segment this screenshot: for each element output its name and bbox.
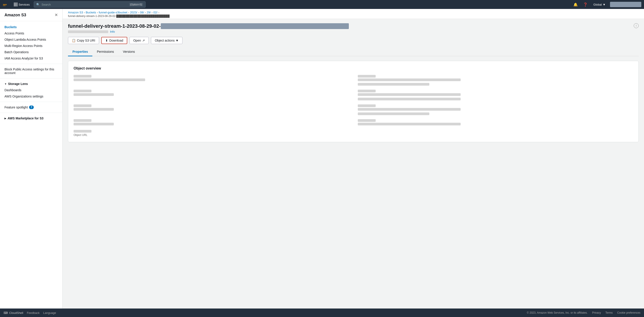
value-3 xyxy=(74,93,114,96)
overview-item-7 xyxy=(74,119,349,126)
info-link[interactable]: Info xyxy=(110,30,115,33)
sidebar-item-iam-analyzer[interactable]: IAM Access Analyzer for S3 xyxy=(0,55,62,62)
breadcrumb-sep-2: › xyxy=(128,11,129,14)
breadcrumb-sep-0: › xyxy=(84,11,85,14)
help-icon[interactable]: ❓ xyxy=(582,1,589,8)
copy-s3-uri-button[interactable]: 📋 Copy S3 URI xyxy=(68,37,99,44)
breadcrumb-amazon-s3[interactable]: Amazon S3 xyxy=(68,11,83,14)
label-1 xyxy=(74,75,92,78)
sidebar-item-object-lambda[interactable]: Object Lambda Access Points xyxy=(0,36,62,43)
page-info-icon[interactable]: i xyxy=(634,23,639,28)
search-icon: 🔍 xyxy=(36,3,40,6)
value-2b xyxy=(358,83,429,86)
sidebar-item-feature-spotlight[interactable]: Feature spotlight 7 xyxy=(0,104,62,110)
object-url-label xyxy=(74,130,92,132)
sidebar-divider-3 xyxy=(0,102,62,102)
label-2 xyxy=(358,75,376,78)
cloudshell-button[interactable]: ⌨ CloudShell xyxy=(4,311,23,314)
svg-rect-1 xyxy=(3,6,6,6)
object-overview-card: Object overview xyxy=(68,61,639,142)
breadcrumb-08[interactable]: 08/ xyxy=(140,11,144,14)
feature-spotlight-badge: 7 xyxy=(29,106,34,109)
sidebar-item-aws-org-settings[interactable]: AWS Organizations settings xyxy=(0,93,62,100)
object-overview-title: Object overview xyxy=(74,66,633,70)
label-8 xyxy=(358,119,376,122)
sidebar-divider-4 xyxy=(0,113,62,113)
content-area: Amazon S3 › Buckets › funnel-guide-s3buc… xyxy=(62,9,644,308)
sidebar-item-batch-operations[interactable]: Batch Operations xyxy=(0,49,62,55)
breadcrumb-bucket-name[interactable]: funnel-guide-s3bucket xyxy=(98,11,127,14)
value-8 xyxy=(358,123,461,126)
overview-item-8 xyxy=(358,119,633,126)
sidebar-item-buckets[interactable]: Buckets xyxy=(0,24,62,30)
sidebar-divider-1 xyxy=(0,64,62,64)
sidebar-item-access-points[interactable]: Access Points xyxy=(0,30,62,36)
region-chevron-icon: ▼ xyxy=(603,3,606,6)
sidebar-navigation: Buckets Access Points Object Lambda Acce… xyxy=(0,21,62,124)
sidebar: Amazon S3 ✕ Buckets Access Points Object… xyxy=(0,9,62,308)
feedback-link[interactable]: Feedback xyxy=(27,311,40,314)
tab-versions[interactable]: Versions xyxy=(118,48,140,56)
copyright-text: © 2023, Amazon Web Services, Inc. or its… xyxy=(527,311,588,314)
object-url-sublabel: Object URL xyxy=(74,134,633,136)
label-6 xyxy=(358,104,376,107)
sidebar-close-button[interactable]: ✕ xyxy=(54,12,58,18)
main-layout: Amazon S3 ✕ Buckets Access Points Object… xyxy=(0,9,644,308)
grid-icon xyxy=(14,3,18,6)
sidebar-item-multi-region[interactable]: Multi-Region Access Points xyxy=(0,43,62,49)
footer: ⌨ CloudShell Feedback Language © 2023, A… xyxy=(0,308,644,317)
terms-link[interactable]: Terms xyxy=(605,311,613,314)
overview-item-5 xyxy=(74,104,349,115)
services-label: Services xyxy=(18,3,30,6)
sidebar-section-storage-lens[interactable]: ▼ Storage Lens xyxy=(0,81,62,87)
svg-text:aws: aws xyxy=(3,3,7,6)
tab-properties[interactable]: Properties xyxy=(68,48,92,56)
breadcrumb-buckets[interactable]: Buckets xyxy=(86,11,96,14)
tabs: Properties Permissions Versions xyxy=(68,48,639,56)
language-link[interactable]: Language xyxy=(43,311,56,314)
object-url-section: Object URL xyxy=(74,130,633,136)
sidebar-title: Amazon S3 xyxy=(4,13,26,18)
region-selector[interactable]: Global ▼ xyxy=(592,2,607,7)
tab-permissions[interactable]: Permissions xyxy=(92,48,118,56)
privacy-link[interactable]: Privacy xyxy=(592,311,601,314)
sidebar-divider-2 xyxy=(0,78,62,78)
region-label: Global xyxy=(594,3,602,6)
sidebar-item-dashboards[interactable]: Dashboards xyxy=(0,87,62,93)
aws-logo: aws xyxy=(3,2,10,7)
notifications-icon[interactable]: 🔔 xyxy=(572,1,579,8)
value-1 xyxy=(74,78,145,81)
sidebar-item-block-public-access[interactable]: Block Public Access settings for this ac… xyxy=(0,66,62,76)
page-subtitle: Info xyxy=(68,30,639,33)
download-icon: ⬇ xyxy=(105,39,108,42)
sidebar-header: Amazon S3 ✕ xyxy=(0,9,62,21)
label-3 xyxy=(74,90,92,92)
value-4 xyxy=(358,93,461,96)
breadcrumb-29[interactable]: 29/ xyxy=(147,11,151,14)
breadcrumb-bar: Amazon S3 › Buckets › funnel-guide-s3buc… xyxy=(62,9,644,19)
overview-item-2 xyxy=(358,75,633,86)
value-5 xyxy=(74,108,114,111)
label-7 xyxy=(74,119,92,122)
object-actions-button[interactable]: Object actions ▼ xyxy=(151,37,182,44)
marketplace-expand-icon: ▶ xyxy=(4,117,6,120)
breadcrumb-2023[interactable]: 2023/ xyxy=(130,11,137,14)
external-link-icon: ↗ xyxy=(142,39,145,42)
cookie-preferences-link[interactable]: Cookie preferences xyxy=(617,311,640,314)
breadcrumb-sub-path: funnel-delivery-stream-1-2023-08-29-02-█… xyxy=(68,14,639,18)
cloudshell-icon: ⌨ xyxy=(4,311,8,314)
page-content: funnel-delivery-stream-1-2023-08-29-02-█… xyxy=(62,19,644,308)
search-bar[interactable]: 🔍 [Option+S] xyxy=(34,1,146,8)
breadcrumb-02[interactable]: 02/ xyxy=(154,11,158,14)
open-button[interactable]: Open ↗ xyxy=(130,37,149,44)
page-title: funnel-delivery-stream-1-2023-08-29-02-█… xyxy=(68,23,639,29)
breadcrumb: Amazon S3 › Buckets › funnel-guide-s3buc… xyxy=(68,11,639,14)
sidebar-section-marketplace[interactable]: ▶ AWS Marketplace for S3 xyxy=(0,115,62,122)
download-button[interactable]: ⬇ Download xyxy=(101,37,127,44)
value-7 xyxy=(74,123,114,126)
services-menu[interactable]: Services xyxy=(12,2,31,7)
search-input[interactable] xyxy=(42,3,128,6)
footer-right: © 2023, Amazon Web Services, Inc. or its… xyxy=(527,311,640,314)
value-6 xyxy=(358,108,461,111)
breadcrumb-sep-6: › xyxy=(158,11,159,14)
